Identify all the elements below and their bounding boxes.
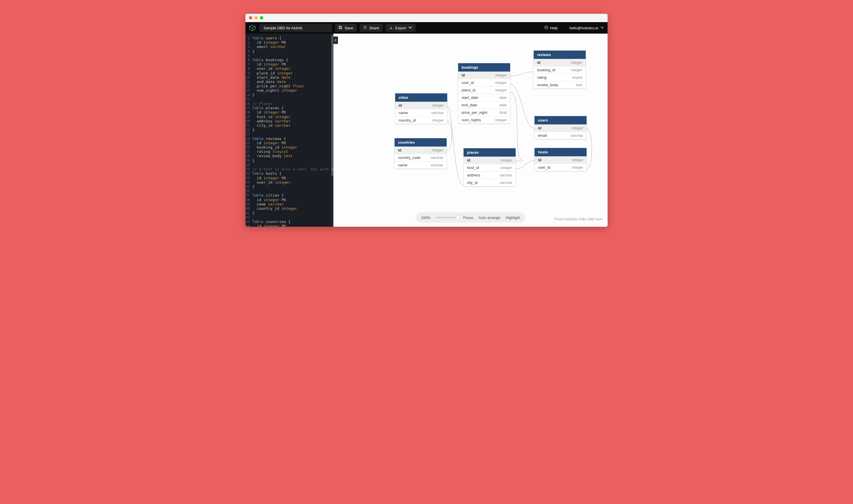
code-editor[interactable]: 1234567891011121314151617181920212223242… (246, 34, 333, 227)
app-logo-icon (249, 24, 256, 31)
column-type: integer (432, 148, 443, 152)
app-window: Sample DBD for Airbnb Save Share Export … (246, 14, 607, 227)
body: 1234567891011121314151617181920212223242… (246, 34, 607, 227)
user-email: hello@holistics.io (569, 26, 598, 30)
diagram-name: Sample DBD for Airbnb (264, 26, 302, 30)
zoom-value: 100% (421, 216, 430, 220)
collapse-editor-button[interactable] (333, 36, 338, 44)
column-name: user_id (462, 80, 474, 85)
column-row[interactable]: review_bodytext (534, 81, 586, 89)
column-row[interactable]: country_codevarchar (395, 154, 447, 161)
column-type: varchar (431, 111, 444, 115)
column-row[interactable]: idinteger (535, 124, 587, 131)
column-row[interactable]: end_datedate (458, 101, 510, 109)
db-table-places[interactable]: places idintegerhost_idintegeraddressvar… (464, 148, 516, 186)
help-icon: ? (544, 25, 548, 30)
download-icon (389, 25, 393, 30)
db-table-reviews[interactable]: reviews idintegerbooking_idintegerrating… (534, 51, 586, 89)
column-row[interactable]: idinteger (458, 72, 510, 79)
scrollbar-thumb[interactable] (331, 35, 333, 176)
column-row[interactable]: user_idinteger (458, 79, 510, 86)
highlight-button[interactable]: Highlight (505, 216, 520, 220)
db-table-users[interactable]: users idintegeremailvarchar (535, 116, 587, 139)
user-menu[interactable]: hello@holistics.io (569, 25, 604, 30)
column-name: address (467, 173, 480, 177)
minimize-window-button[interactable] (254, 16, 258, 20)
db-table-header[interactable]: hosts (535, 148, 587, 156)
column-name: id (398, 103, 402, 107)
column-row[interactable]: idinteger (535, 156, 587, 163)
diagram-canvas[interactable]: 100% Focus Auto-arrange Highlight From H… (333, 34, 607, 227)
column-row[interactable]: idinteger (534, 59, 586, 66)
column-row[interactable]: idinteger (395, 146, 447, 154)
column-row[interactable]: price_per_nightfloat (458, 109, 510, 116)
db-table-header[interactable]: cities (395, 93, 447, 102)
column-name: end_date (462, 103, 477, 107)
db-table-hosts[interactable]: hosts idintegeruser_idinteger (535, 148, 587, 171)
column-name: price_per_night (462, 110, 487, 115)
column-row[interactable]: namevarchar (395, 109, 447, 116)
column-row[interactable]: addressvarchar (464, 171, 516, 179)
db-table-header[interactable]: users (535, 116, 587, 124)
column-name: user_id (538, 165, 550, 169)
db-table-countries[interactable]: countries idintegercountry_codevarcharna… (395, 138, 447, 169)
column-name: id (462, 73, 465, 77)
toolbar: Sample DBD for Airbnb Save Share Export … (246, 22, 607, 34)
column-row[interactable]: ratingtinyint (534, 74, 586, 81)
db-table-cities[interactable]: cities idintegernamevarcharcountry_idint… (395, 93, 447, 124)
column-type: integer (572, 158, 583, 162)
column-row[interactable]: idinteger (464, 157, 516, 164)
column-row[interactable]: city_idvarchar (464, 179, 516, 186)
column-row[interactable]: host_idinteger (464, 164, 516, 171)
column-row[interactable]: start_datedate (458, 94, 510, 101)
column-row[interactable]: place_idinteger (458, 86, 510, 94)
column-type: float (499, 110, 507, 115)
auto-arrange-button[interactable]: Auto-arrange (479, 216, 500, 220)
column-name: country_code (398, 156, 421, 160)
db-table-header[interactable]: countries (395, 138, 447, 146)
column-row[interactable]: country_idinteger (395, 116, 447, 124)
zoom-slider[interactable] (436, 217, 458, 218)
tagline: From Holistics folks with love (554, 217, 602, 221)
column-type: integer (572, 165, 583, 169)
save-button[interactable]: Save (335, 24, 357, 32)
column-name: place_id (462, 88, 475, 92)
share-icon (363, 25, 367, 30)
column-type: date (499, 95, 507, 100)
db-table-bookings[interactable]: bookings idintegeruser_idintegerplace_id… (458, 63, 510, 124)
column-row[interactable]: num_nightsinteger (458, 116, 510, 124)
maximize-window-button[interactable] (260, 16, 263, 20)
db-table-header[interactable]: bookings (458, 63, 510, 72)
column-row[interactable]: booking_idinteger (534, 66, 586, 74)
zoom-slider-knob[interactable] (456, 216, 460, 219)
focus-button[interactable]: Focus (463, 216, 473, 220)
share-label: Share (369, 26, 379, 30)
column-row[interactable]: idinteger (395, 102, 447, 109)
editor-scrollbar[interactable] (331, 34, 333, 227)
column-row[interactable]: emailvarchar (535, 131, 587, 139)
svg-text:?: ? (546, 26, 547, 29)
save-icon (339, 25, 342, 30)
db-table-header[interactable]: places (464, 148, 516, 157)
chevron-down-icon (408, 25, 412, 30)
help-button[interactable]: ? Help (544, 25, 558, 30)
column-name: num_nights (462, 118, 481, 122)
diagram-selector[interactable]: Sample DBD for Airbnb (260, 24, 332, 32)
column-type: tinyint (572, 75, 582, 79)
column-name: review_body (537, 83, 558, 87)
column-type: integer (501, 158, 512, 162)
column-row[interactable]: namevarchar (395, 161, 447, 169)
share-button[interactable]: Share (360, 24, 383, 32)
close-window-button[interactable] (249, 16, 252, 20)
db-table-header[interactable]: reviews (534, 51, 586, 59)
column-type: text (576, 83, 582, 87)
column-name: city_id (467, 180, 478, 185)
column-type: varchar (571, 133, 583, 138)
column-type: varchar (500, 180, 512, 185)
title-bar (246, 14, 607, 22)
column-type: integer (495, 88, 507, 92)
column-name: id (538, 158, 541, 162)
export-button[interactable]: Export (386, 24, 415, 32)
column-row[interactable]: user_idinteger (535, 163, 587, 171)
column-name: name (398, 111, 408, 115)
